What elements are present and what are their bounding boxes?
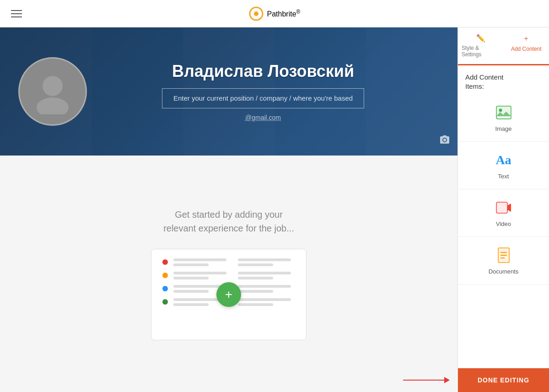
content-item-documents[interactable]: Documents <box>458 237 549 285</box>
text-content-icon: Aa <box>495 151 513 169</box>
content-item-video[interactable]: Video <box>458 189 549 237</box>
add-content-items-title: Add ContentItems: <box>458 65 549 94</box>
dot-orange <box>162 273 168 278</box>
logo: Pathbrite® <box>249 6 301 21</box>
camera-icon[interactable] <box>439 134 450 148</box>
logo-text: Pathbrite® <box>267 9 301 18</box>
content-item-text[interactable]: Aa Text <box>458 142 549 189</box>
illus-line <box>173 290 209 293</box>
portfolio-area: Владислав Лозовский Enter your current p… <box>0 27 458 392</box>
illus-lines-1 <box>173 258 232 266</box>
illus-line <box>238 303 273 306</box>
illus-line <box>238 272 291 274</box>
documents-item-label: Documents <box>489 268 519 275</box>
tab-add-content[interactable]: ＋ Add Content <box>504 27 549 65</box>
dot-red <box>162 259 168 265</box>
text-item-label: Text <box>498 173 509 180</box>
pencil-icon: ✏️ <box>476 34 485 43</box>
illus-lines-extra-3 <box>238 285 297 293</box>
illus-line <box>173 258 226 261</box>
content-empty-state: Get started by adding yourrelevant exper… <box>0 156 458 392</box>
avatar-container[interactable] <box>18 57 87 126</box>
avatar-icon <box>30 69 75 114</box>
illus-row-1 <box>162 258 297 266</box>
illus-lines-extra-4 <box>238 298 297 306</box>
tab-style-settings[interactable]: ✏️ Style & Settings <box>458 27 504 65</box>
avatar[interactable] <box>18 57 87 126</box>
tab-style-settings-label: Style & Settings <box>462 45 500 58</box>
profile-position-input[interactable]: Enter your current position / company / … <box>162 88 364 109</box>
video-content-icon <box>495 199 513 217</box>
done-editing-section: DONE EDITING <box>458 368 549 392</box>
illus-line <box>173 263 209 266</box>
hamburger-menu[interactable] <box>11 10 22 17</box>
get-started-text: Get started by adding yourrelevant exper… <box>163 208 294 235</box>
profile-banner: Владислав Лозовский Enter your current p… <box>0 27 458 156</box>
svg-point-2 <box>43 76 63 96</box>
content-items-list: Image Aa Text Video <box>458 94 549 368</box>
text-aa-icon: Aa <box>495 153 511 167</box>
documents-icon <box>495 247 512 263</box>
svg-point-6 <box>499 109 502 112</box>
content-illustration: + <box>151 249 307 340</box>
done-editing-button[interactable]: DONE EDITING <box>458 368 549 392</box>
illus-lines-extra-2 <box>238 272 297 279</box>
arrow-indicator <box>403 377 450 383</box>
tab-add-content-label: Add Content <box>511 46 542 52</box>
sidebar-tabs: ✏️ Style & Settings ＋ Add Content <box>458 27 549 65</box>
video-icon <box>495 199 512 216</box>
illus-line <box>238 285 291 288</box>
illus-row-2 <box>162 272 297 279</box>
plus-icon: ＋ <box>522 34 530 43</box>
svg-point-4 <box>443 139 446 141</box>
arrow-head <box>444 377 450 383</box>
illus-line <box>173 303 209 306</box>
illus-line <box>173 272 226 274</box>
right-sidebar: ✏️ Style & Settings ＋ Add Content Add Co… <box>458 27 549 392</box>
svg-point-3 <box>37 97 69 114</box>
profile-email: @gmail.com <box>245 114 281 121</box>
profile-info: Владислав Лозовский Enter your current p… <box>87 62 439 122</box>
add-content-plus-button[interactable]: + <box>216 282 241 307</box>
profile-name: Владислав Лозовский <box>172 62 354 81</box>
main-area: Владислав Лозовский Enter your current p… <box>0 27 549 392</box>
image-icon <box>495 104 512 121</box>
illus-lines-2 <box>173 272 232 279</box>
svg-rect-7 <box>496 202 507 213</box>
illus-line <box>238 290 273 293</box>
top-navigation: Pathbrite® <box>0 0 549 27</box>
illus-line <box>238 263 273 266</box>
image-content-icon <box>495 103 513 122</box>
illus-line <box>173 277 209 279</box>
documents-content-icon <box>495 246 513 264</box>
video-item-label: Video <box>496 220 511 227</box>
svg-rect-5 <box>496 106 511 119</box>
dot-green <box>162 299 168 305</box>
illus-line <box>238 258 291 261</box>
illus-lines-extra-1 <box>238 258 297 266</box>
image-item-label: Image <box>495 125 511 132</box>
content-item-image[interactable]: Image <box>458 94 549 142</box>
dot-blue <box>162 286 168 291</box>
logo-icon <box>249 6 264 21</box>
illus-line <box>238 298 291 301</box>
illus-line <box>238 277 273 279</box>
svg-point-1 <box>254 11 258 16</box>
arrow-line <box>403 380 444 381</box>
